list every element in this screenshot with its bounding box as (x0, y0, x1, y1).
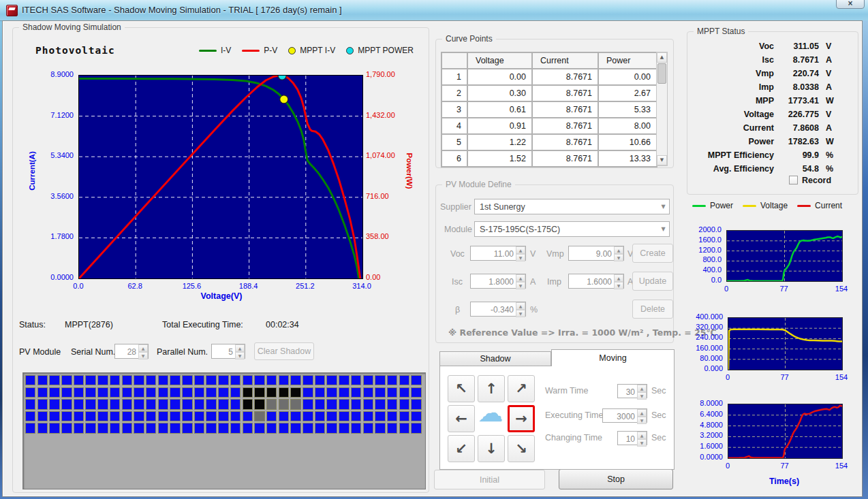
shadow-cell[interactable] (122, 399, 132, 409)
shadow-cell[interactable] (279, 375, 289, 385)
shadow-cell[interactable] (206, 387, 216, 398)
vmp-stepper[interactable]: 9.00 ▲▼ (568, 246, 624, 261)
spinner-arrows-icon[interactable]: ▲▼ (516, 246, 525, 260)
spinner-arrows-icon[interactable]: ▲▼ (138, 344, 148, 358)
curve-row[interactable]: 40.918.76718.00 (441, 118, 657, 134)
curve-row[interactable]: 30.618.76715.33 (441, 101, 657, 118)
shadow-cell[interactable] (290, 375, 300, 385)
scroll-up-icon[interactable]: ▲ (657, 52, 667, 63)
shadow-cell[interactable] (375, 399, 385, 409)
close-button[interactable]: × (836, 0, 865, 9)
shadow-cell[interactable] (97, 375, 108, 385)
shadow-cell[interactable] (182, 387, 192, 398)
shadow-cell[interactable] (411, 399, 421, 409)
shadow-cell[interactable] (182, 375, 192, 385)
shadow-cell[interactable] (134, 423, 144, 433)
shadow-cell[interactable] (315, 411, 325, 421)
shadow-cell[interactable] (218, 375, 228, 385)
shadow-cell[interactable] (182, 411, 192, 421)
spinner-arrows-icon[interactable]: ▲▼ (637, 409, 647, 422)
supplier-dropdown[interactable]: 1st Sunergy ▼ (474, 199, 670, 214)
shadow-cell[interactable] (170, 399, 180, 409)
shadow-cell[interactable] (290, 423, 300, 433)
shadow-cell[interactable] (206, 411, 216, 421)
shadow-cell[interactable] (326, 411, 337, 421)
shadow-cell[interactable] (387, 411, 397, 421)
shadow-cell[interactable] (61, 387, 72, 398)
shadow-cell[interactable] (351, 423, 361, 433)
shadow-cell[interactable] (218, 387, 228, 398)
initial-button[interactable]: Initial (434, 470, 545, 489)
shadow-cell[interactable] (230, 411, 241, 421)
shadow-cell[interactable] (290, 387, 300, 398)
spinner-arrows-icon[interactable]: ▲▼ (516, 274, 525, 288)
shadow-cell[interactable] (146, 411, 156, 421)
spinner-arrows-icon[interactable]: ▲▼ (637, 432, 647, 445)
shadow-cell[interactable] (74, 387, 84, 398)
curve-row[interactable]: 61.528.767113.33 (441, 150, 657, 167)
shadow-cell[interactable] (61, 411, 72, 421)
shadow-cell[interactable] (194, 423, 204, 433)
shadow-cell[interactable] (25, 375, 35, 385)
direction-left-button[interactable]: ← (448, 405, 475, 432)
shadow-cell[interactable] (49, 423, 59, 433)
shadow-cell[interactable] (363, 423, 373, 433)
shadow-cell[interactable] (110, 399, 120, 409)
shadow-cell[interactable] (243, 399, 253, 409)
shadow-cell[interactable] (351, 399, 361, 409)
shadow-cell[interactable] (375, 423, 385, 433)
shadow-cell[interactable] (49, 411, 59, 421)
shadow-cell[interactable] (315, 423, 325, 433)
curve-row[interactable]: 20.308.76712.67 (441, 85, 657, 101)
shadow-cell[interactable] (399, 387, 409, 398)
shadow-cell[interactable] (339, 387, 349, 398)
shadow-cell[interactable] (194, 399, 204, 409)
shadow-cell[interactable] (85, 423, 95, 433)
direction-down-right-button[interactable]: ↘ (508, 435, 535, 462)
shadow-cell[interactable] (399, 411, 409, 421)
shadow-cell[interactable] (266, 387, 277, 398)
shadow-cell[interactable] (339, 375, 349, 385)
shadow-cell[interactable] (110, 411, 120, 421)
shadow-cell[interactable] (134, 387, 144, 398)
shadow-cell[interactable] (170, 423, 180, 433)
record-checkbox[interactable] (789, 176, 798, 184)
shadow-cell[interactable] (158, 375, 168, 385)
delete-button[interactable]: Delete (632, 300, 673, 319)
tab-moving[interactable]: Moving (551, 349, 675, 366)
spinner-arrows-icon[interactable]: ▲▼ (637, 385, 647, 398)
shadow-cell[interactable] (326, 423, 337, 433)
shadow-cell[interactable] (182, 399, 192, 409)
beta-stepper[interactable]: -0.340 ▲▼ (470, 302, 526, 317)
executing-time-stepper[interactable]: 3000 ▲▼ (602, 408, 647, 423)
shadow-cell[interactable] (97, 411, 108, 421)
shadow-cell[interactable] (122, 411, 132, 421)
imp-stepper[interactable]: 1.6000 ▲▼ (568, 274, 624, 289)
shadow-cell[interactable] (230, 375, 241, 385)
shadow-cell[interactable] (375, 387, 385, 398)
shadow-cell[interactable] (206, 399, 216, 409)
shadow-cell[interactable] (158, 411, 168, 421)
shadow-cell[interactable] (97, 399, 108, 409)
table-scrollbar[interactable]: ▲ ▼ (656, 52, 668, 166)
shadow-cell[interactable] (206, 375, 216, 385)
shadow-cell[interactable] (411, 411, 421, 421)
direction-up-button[interactable]: ↑ (478, 375, 505, 402)
shadow-cell[interactable] (326, 375, 337, 385)
shadow-cell[interactable] (266, 375, 277, 385)
shadow-cell[interactable] (303, 423, 313, 433)
spinner-arrows-icon[interactable]: ▲▼ (614, 246, 623, 260)
shadow-cell[interactable] (37, 411, 48, 421)
shadow-cell[interactable] (411, 387, 421, 398)
spinner-arrows-icon[interactable]: ▲▼ (516, 302, 525, 316)
shadow-grid[interactable] (22, 372, 426, 489)
shadow-cell[interactable] (110, 375, 120, 385)
tab-shadow[interactable]: Shadow (439, 351, 551, 366)
shadow-cell[interactable] (122, 375, 132, 385)
shadow-cell[interactable] (74, 423, 84, 433)
shadow-cell[interactable] (387, 387, 397, 398)
shadow-cell[interactable] (25, 387, 35, 398)
shadow-cell[interactable] (254, 375, 264, 385)
stop-button[interactable]: Stop (559, 469, 673, 489)
shadow-cell[interactable] (303, 399, 313, 409)
